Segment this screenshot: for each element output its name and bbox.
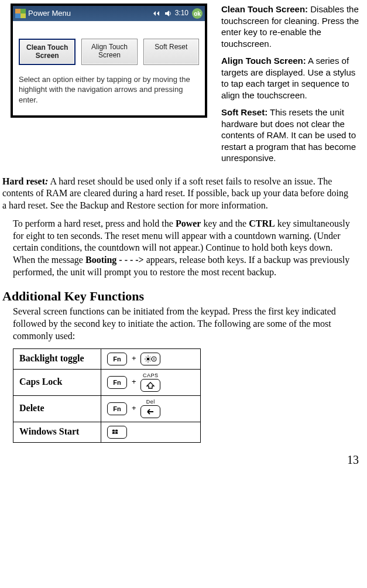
align-touch-button[interactable]: Align Touch Screen bbox=[81, 39, 137, 65]
delete-label: Delete bbox=[13, 395, 101, 422]
ok-icon: ok bbox=[192, 8, 203, 19]
clean-touch-button[interactable]: Clean Touch Screen bbox=[19, 39, 76, 65]
windows-label: Windows Start bbox=[13, 422, 101, 442]
windows-flag-icon bbox=[15, 9, 26, 18]
table-row: Caps Lock Fn + CAPS bbox=[13, 369, 201, 395]
align-label: Align Touch Screen: bbox=[221, 56, 306, 66]
hard-reset-label: Hard reset bbox=[2, 176, 45, 186]
soft-label: Soft Reset: bbox=[221, 107, 267, 117]
left-arrow-key-icon bbox=[140, 405, 160, 418]
svg-line-6 bbox=[150, 360, 151, 361]
caps-label: Caps Lock bbox=[13, 369, 101, 395]
clean-label: Clean Touch Screen: bbox=[221, 4, 308, 14]
svg-line-5 bbox=[146, 357, 147, 358]
fn-key-icon: Fn bbox=[107, 402, 127, 415]
connectivity-icon bbox=[153, 10, 161, 17]
shift-key-icon bbox=[140, 379, 160, 392]
soft-reset-button[interactable]: Soft Reset bbox=[143, 39, 199, 65]
del-over-label: Del bbox=[146, 399, 155, 405]
hard-reset-text: A hard reset should be used only if a so… bbox=[2, 176, 348, 211]
backlight-label: Backlight toggle bbox=[13, 348, 101, 369]
backlight-key-icon bbox=[140, 353, 160, 365]
fn-key-icon: Fn bbox=[107, 376, 127, 389]
pda-time: 3:10 bbox=[175, 9, 188, 18]
caps-over-label: CAPS bbox=[143, 373, 159, 378]
page-number: 13 bbox=[2, 452, 362, 467]
pda-hint: Select an option either by tapping or by… bbox=[19, 74, 199, 105]
table-row: Backlight toggle Fn + bbox=[13, 348, 201, 369]
status-icons: 3:10 ok bbox=[153, 8, 203, 19]
svg-point-0 bbox=[147, 358, 149, 360]
power-menu-descriptions: Clean Touch Screen: Disables the touchsc… bbox=[221, 4, 362, 170]
speaker-icon bbox=[164, 10, 172, 17]
svg-line-7 bbox=[146, 360, 147, 361]
windows-key-icon bbox=[107, 426, 127, 439]
additional-heading: Additional Key Functions bbox=[2, 288, 362, 305]
pda-title: Power Menu bbox=[28, 9, 71, 19]
table-row: Delete Fn + Del bbox=[13, 395, 201, 422]
fn-key-icon: Fn bbox=[107, 353, 127, 365]
hard-reset-procedure: To perform a hard reset, press and hold … bbox=[13, 218, 352, 279]
svg-line-8 bbox=[150, 357, 151, 358]
power-menu-screenshot: Power Menu 3:10 ok Clean Touch Screen Al… bbox=[11, 4, 215, 170]
pda-title-bar: Power Menu 3:10 ok bbox=[13, 6, 205, 21]
key-functions-table: Backlight toggle Fn + Caps Lock Fn + CAP… bbox=[13, 348, 201, 443]
table-row: Windows Start bbox=[13, 422, 201, 442]
additional-intro: Several screen functions can be initiate… bbox=[13, 306, 352, 342]
